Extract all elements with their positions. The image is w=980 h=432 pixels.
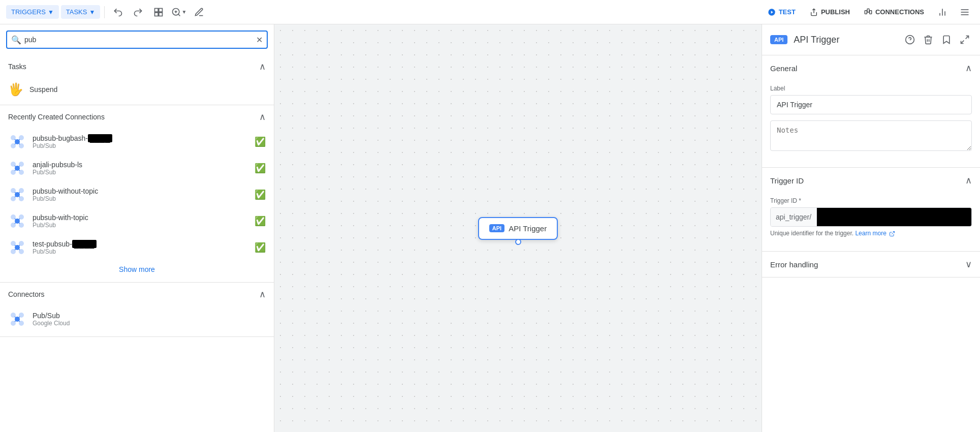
connection-name-1: anjali-pubsub-ls <box>33 161 248 169</box>
connectors-section-header[interactable]: Connectors ∧ <box>0 283 274 306</box>
connection-name-0: pubsub-bugbash-████ <box>33 134 248 142</box>
publish-button[interactable]: PUBLISH <box>805 5 855 19</box>
layout-button[interactable] <box>149 3 168 21</box>
delete-button[interactable] <box>921 33 935 47</box>
play-icon <box>768 8 776 16</box>
trigger-id-label: Trigger ID * <box>770 197 972 204</box>
connection-item-0[interactable]: pubsub-bugbash-████ Pub/Sub ✅ <box>4 129 270 155</box>
triggers-chevron-icon: ▼ <box>48 9 54 16</box>
publish-label: PUBLISH <box>821 8 850 16</box>
connections-button[interactable]: CONNECTIONS <box>859 5 929 19</box>
general-section-content: Label <box>762 81 980 167</box>
learn-more-link[interactable]: Learn more <box>855 230 895 237</box>
connections-section: Recently Created Connections ∧ <box>0 105 274 283</box>
connection-item-4[interactable]: test-pubsub-████ Pub/Sub ✅ <box>4 234 270 261</box>
connector-type-0: Google Cloud <box>33 320 266 327</box>
trigger-id-chevron-icon: ∧ <box>965 175 972 186</box>
bookmark-icon <box>941 35 952 45</box>
connection-name-4: test-pubsub-████ <box>33 240 248 248</box>
connection-status-3: ✅ <box>255 215 266 227</box>
help-button[interactable] <box>903 33 917 47</box>
pubsub-icon-3 <box>8 212 26 230</box>
suspend-label: Suspend <box>29 85 57 94</box>
trigger-id-field: api_trigger/ <box>770 207 972 227</box>
connections-section-header[interactable]: Recently Created Connections ∧ <box>0 105 274 129</box>
suspend-task-item[interactable]: 🖐️ Suspend <box>4 78 270 101</box>
svg-line-78 <box>966 36 969 39</box>
svg-rect-11 <box>865 10 867 14</box>
search-input[interactable] <box>6 30 268 49</box>
connection-item-2[interactable]: pubsub-without-topic Pub/Sub ✅ <box>4 181 270 208</box>
tasks-label: TASKS <box>66 8 87 16</box>
connections-icon <box>864 8 872 16</box>
test-label: TEST <box>779 8 796 16</box>
svg-rect-13 <box>870 10 872 14</box>
svg-line-5 <box>178 14 180 16</box>
show-more-container: Show more <box>4 261 270 278</box>
trigger-id-section-content: Trigger ID * api_trigger/ Unique identif… <box>762 193 980 251</box>
pubsub-svg-4 <box>9 239 25 256</box>
label-input[interactable] <box>770 95 972 114</box>
trigger-id-section-title: Trigger ID <box>770 176 804 185</box>
connections-chevron-icon: ∧ <box>259 111 266 122</box>
trigger-id-field-group: Trigger ID * api_trigger/ Unique identif… <box>770 197 972 237</box>
publish-icon <box>810 8 818 16</box>
expand-icon <box>960 35 970 45</box>
connection-name-3: pubsub-with-topic <box>33 213 248 222</box>
right-panel: API API Trigger General ∧ <box>762 24 980 432</box>
pubsub-svg-2 <box>9 187 25 203</box>
trigger-id-section: Trigger ID ∧ Trigger ID * api_trigger/ U… <box>762 168 980 252</box>
general-section-header[interactable]: General ∧ <box>762 55 980 81</box>
svg-line-80 <box>892 231 895 234</box>
connection-text-1: anjali-pubsub-ls Pub/Sub <box>33 161 248 176</box>
menu-button[interactable] <box>956 3 974 21</box>
connector-icon-0 <box>8 310 26 328</box>
trigger-id-suffix <box>817 208 971 226</box>
expand-button[interactable] <box>958 33 972 47</box>
connection-text-4: test-pubsub-████ Pub/Sub <box>33 240 248 255</box>
api-trigger-node[interactable]: API API Trigger <box>478 217 558 240</box>
show-more-link[interactable]: Show more <box>119 265 155 273</box>
notes-textarea[interactable] <box>770 120 972 151</box>
connection-item-1[interactable]: anjali-pubsub-ls Pub/Sub ✅ <box>4 155 270 181</box>
bookmark-button[interactable] <box>939 33 954 47</box>
suspend-icon: 🖐️ <box>8 82 23 97</box>
connection-item-3[interactable]: pubsub-with-topic Pub/Sub ✅ <box>4 208 270 234</box>
delete-icon <box>923 35 933 45</box>
redo-button[interactable] <box>129 3 147 21</box>
connector-text-0: Pub/Sub Google Cloud <box>33 312 266 327</box>
tasks-section-title: Tasks <box>8 63 26 71</box>
pubsub-icon-4 <box>8 238 26 257</box>
notes-field-group <box>770 120 972 153</box>
undo-button[interactable] <box>109 3 127 21</box>
triggers-button[interactable]: TRIGGERS ▼ <box>6 5 59 19</box>
zoom-button[interactable]: ▼ <box>170 3 188 21</box>
label-field-label: Label <box>770 85 972 92</box>
analytics-button[interactable] <box>933 3 952 21</box>
trigger-id-section-header[interactable]: Trigger ID ∧ <box>762 168 980 193</box>
connection-name-2: pubsub-without-topic <box>33 187 248 195</box>
right-panel-actions <box>903 33 972 47</box>
main-area: 🔍 ✕ Tasks ∧ 🖐️ Suspend <box>0 24 980 432</box>
connection-type-3: Pub/Sub <box>33 222 248 229</box>
help-icon <box>905 35 915 45</box>
pen-icon <box>194 7 204 17</box>
connection-status-2: ✅ <box>255 189 266 200</box>
connector-item-0[interactable]: Pub/Sub Google Cloud <box>4 306 270 332</box>
error-handling-section-title: Error handling <box>770 260 818 269</box>
pen-button[interactable] <box>190 3 208 21</box>
test-button[interactable]: TEST <box>763 5 801 19</box>
api-trigger-badge: API <box>489 224 504 232</box>
connectors-chevron-icon: ∧ <box>259 289 266 300</box>
svg-rect-3 <box>159 12 163 16</box>
tasks-button[interactable]: TASKS ▼ <box>61 5 101 19</box>
search-box: 🔍 ✕ <box>6 30 268 49</box>
external-link-icon <box>889 231 895 237</box>
clear-search-button[interactable]: ✕ <box>256 35 263 45</box>
error-handling-section-header[interactable]: Error handling ∨ <box>762 252 980 277</box>
analytics-icon <box>937 7 947 17</box>
svg-rect-12 <box>867 9 869 12</box>
connection-text-2: pubsub-without-topic Pub/Sub <box>33 187 248 202</box>
tasks-section-header[interactable]: Tasks ∧ <box>0 55 274 78</box>
connection-status-0: ✅ <box>255 136 266 147</box>
